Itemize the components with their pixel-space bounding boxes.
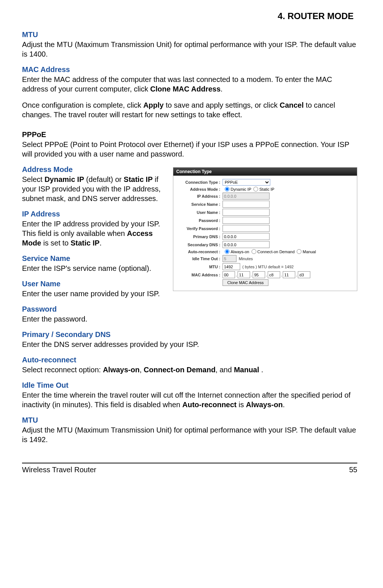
panel-title: Connection Type bbox=[173, 168, 357, 176]
chapter-title: 4. ROUTER MODE bbox=[22, 11, 357, 21]
text-mac-address-1: Enter the MAC address of the computer th… bbox=[22, 75, 357, 94]
label-secondary-dns: Secondary DNS : bbox=[177, 243, 223, 247]
label-address-mode: Address Mode : bbox=[177, 187, 223, 191]
mac-seg-3[interactable] bbox=[253, 271, 265, 278]
user-name-input[interactable] bbox=[223, 209, 270, 216]
ip-address-input[interactable] bbox=[223, 193, 270, 200]
heading-idle-timeout: Idle Time Out bbox=[22, 381, 357, 390]
heading-pppoe: PPPoE bbox=[22, 130, 357, 139]
heading-mac-address: MAC Address bbox=[22, 65, 357, 74]
label-mtu: MTU : bbox=[177, 265, 223, 269]
heading-auto-reconnect: Auto-reconnect bbox=[22, 356, 357, 364]
text-mtu2: Adjust the MTU (Maximum Transmission Uni… bbox=[22, 425, 357, 444]
text-auto-reconnect: Select reconnect option: Always-on, Conn… bbox=[22, 365, 357, 374]
label-connection-type: Connection Type : bbox=[177, 180, 223, 184]
text-dns: Enter the DNS server addresses provided … bbox=[22, 340, 357, 349]
radio-label-always: Always-on bbox=[231, 250, 249, 254]
text-mac-address-2: Once configuration is complete, click Ap… bbox=[22, 100, 357, 119]
idle-timeout-input[interactable] bbox=[223, 255, 236, 262]
connection-type-select[interactable]: PPPoE bbox=[223, 179, 270, 186]
primary-dns-input[interactable] bbox=[223, 233, 270, 240]
label-verify-password: Verify Password : bbox=[177, 226, 223, 231]
radio-manual[interactable] bbox=[297, 249, 301, 254]
service-name-input[interactable] bbox=[223, 201, 270, 208]
footer-product: Wireless Travel Router bbox=[22, 466, 96, 474]
radio-static-ip[interactable] bbox=[253, 187, 258, 191]
radio-label-manual: Manual bbox=[303, 250, 316, 254]
label-primary-dns: Primary DNS : bbox=[177, 234, 223, 239]
mac-seg-5[interactable] bbox=[283, 271, 295, 278]
radio-dynamic-ip[interactable] bbox=[225, 187, 230, 191]
text-idle-timeout: Enter the time wherein the travel router… bbox=[22, 390, 357, 409]
password-input[interactable] bbox=[223, 217, 270, 224]
label-service-name: Service Name : bbox=[177, 202, 223, 207]
radio-label-dynamic: Dynamic IP bbox=[231, 187, 251, 191]
heading-dns: Primary / Secondary DNS bbox=[22, 330, 357, 339]
heading-mtu: MTU bbox=[22, 31, 357, 39]
label-ip-address: IP Address : bbox=[177, 194, 223, 198]
secondary-dns-input[interactable] bbox=[223, 241, 270, 248]
text-pppoe: Select PPPoE (Point to Point Protocol ov… bbox=[22, 140, 357, 159]
radio-label-demand: Connect-on Demand bbox=[257, 250, 295, 254]
mtu-input[interactable] bbox=[223, 263, 240, 270]
mac-seg-6[interactable] bbox=[298, 271, 310, 278]
label-password: Password : bbox=[177, 218, 223, 223]
verify-password-input[interactable] bbox=[223, 225, 270, 232]
label-idle-timeout: Idle Time Out : bbox=[177, 257, 223, 261]
text-password: Enter the password. bbox=[22, 314, 357, 324]
label-mac-address: MAC Address : bbox=[177, 273, 223, 277]
radio-always-on[interactable] bbox=[225, 249, 230, 254]
text-mtu: Adjust the MTU (Maximum Transmission Uni… bbox=[22, 40, 357, 59]
connection-type-panel: Connection Type Connection Type : PPPoE … bbox=[173, 167, 357, 291]
footer-page-number: 55 bbox=[349, 466, 357, 474]
clone-mac-button[interactable]: Clone MAC Address bbox=[223, 279, 268, 286]
radio-connect-on-demand[interactable] bbox=[252, 249, 256, 254]
mac-seg-2[interactable] bbox=[238, 271, 250, 278]
idle-unit: Minutes bbox=[239, 257, 253, 261]
label-auto-reconnect: Auto-reconnect : bbox=[177, 250, 223, 254]
mac-seg-1[interactable] bbox=[223, 271, 235, 278]
radio-label-static: Static IP bbox=[259, 187, 274, 191]
heading-password: Password bbox=[22, 305, 357, 313]
mac-seg-4[interactable] bbox=[268, 271, 280, 278]
label-user-name: User Name : bbox=[177, 210, 223, 215]
mtu-hint: ( bytes ) MTU default = 1492 bbox=[242, 265, 294, 269]
heading-mtu2: MTU bbox=[22, 416, 357, 424]
